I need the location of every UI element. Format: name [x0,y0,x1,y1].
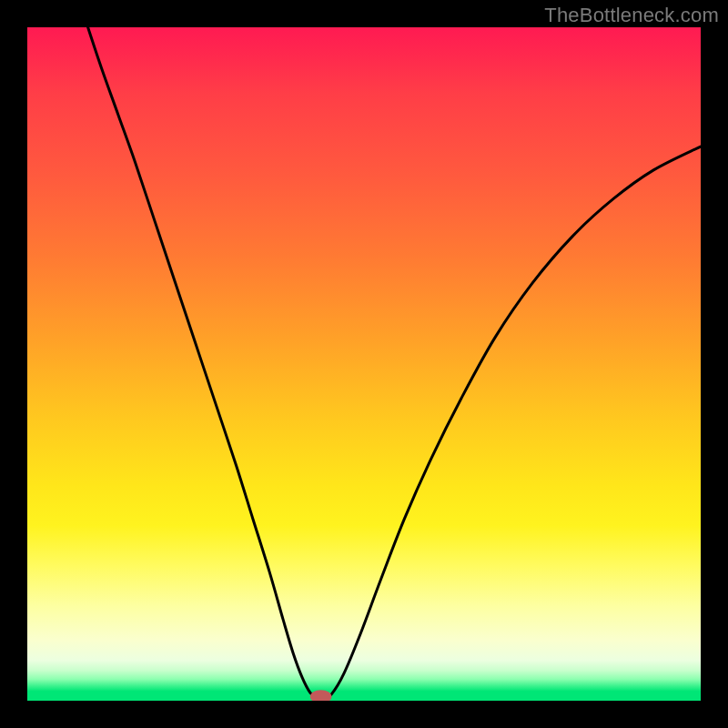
watermark-text: TheBottleneck.com [544,4,719,27]
bottleneck-curve [88,27,701,699]
plot-area [27,27,701,701]
curve-layer [27,27,701,701]
chart-frame: TheBottleneck.com [0,0,728,728]
minimum-marker [310,690,332,701]
